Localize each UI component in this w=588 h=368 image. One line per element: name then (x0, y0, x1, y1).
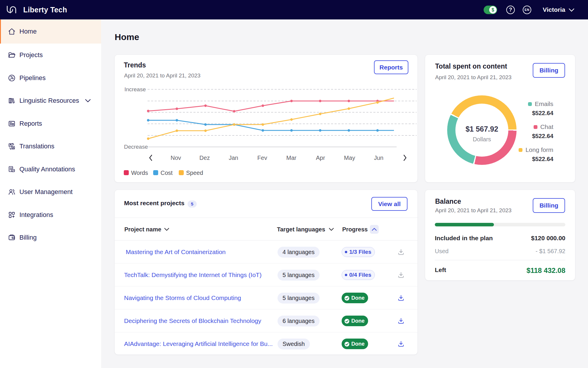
svg-text:Jan: Jan (229, 155, 238, 161)
svg-text:Fev: Fev (257, 155, 267, 161)
svg-text:Increase: Increase (124, 86, 146, 92)
svg-text:Cost: Cost (161, 170, 173, 176)
svg-text:May: May (344, 155, 355, 161)
svg-text:Words: Words (131, 170, 148, 176)
svg-text:Speed: Speed (186, 170, 203, 176)
svg-text:Decrease: Decrease (124, 144, 148, 150)
svg-text:Jun: Jun (374, 155, 383, 161)
svg-text:Apr: Apr (316, 155, 325, 161)
svg-text:Mar: Mar (286, 155, 297, 161)
svg-text:Dez: Dez (199, 155, 210, 161)
svg-text:Nov: Nov (171, 155, 181, 161)
